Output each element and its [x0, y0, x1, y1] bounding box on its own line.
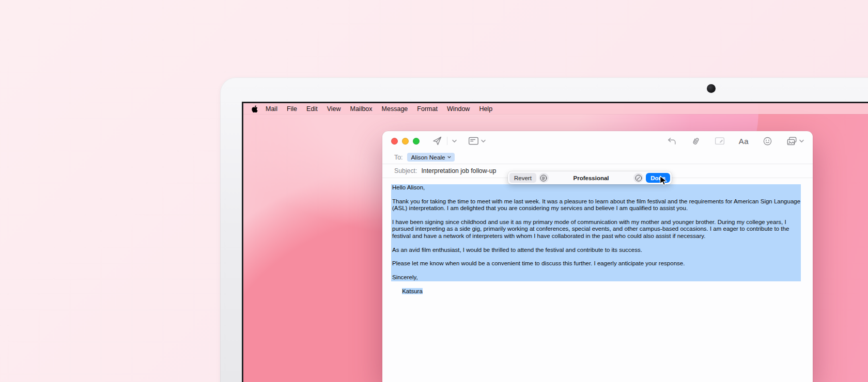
signature-name: Katsura: [402, 288, 423, 294]
recipient-token[interactable]: Alison Neale: [407, 153, 454, 162]
subject-value: Interpretation job follow-up: [421, 167, 496, 174]
body-line: [392, 240, 801, 246]
rewrite-icon[interactable]: [633, 173, 643, 183]
recipient-name: Alison Neale: [411, 154, 445, 161]
menu-items: MailFileEditViewMailboxMessageFormatWind…: [261, 105, 497, 113]
body-line: [392, 191, 801, 198]
body-line: I have been signing since childhood and …: [392, 219, 801, 226]
menu-item[interactable]: Help: [474, 105, 497, 113]
body-line: (ASL) interpretation. I am delighted tha…: [392, 205, 801, 212]
style-label: Professional: [551, 175, 631, 181]
body-line: [392, 253, 801, 260]
menu-item[interactable]: File: [282, 105, 302, 113]
body-line: Sincerely,: [392, 274, 801, 281]
body-line: As an avid film enthusiast, I would be t…: [392, 247, 801, 253]
menu-item[interactable]: Mail: [261, 105, 282, 113]
writing-tools-style-icon[interactable]: [539, 173, 549, 183]
mail-compose-window: Aa: [382, 131, 813, 382]
compose-toolbar: Aa: [382, 131, 813, 151]
header-fields-icon[interactable]: [468, 136, 479, 146]
close-button[interactable]: [391, 138, 398, 145]
emoji-icon[interactable]: [763, 136, 772, 146]
menu-bar: MailFileEditViewMailboxMessageFormatWind…: [243, 103, 868, 114]
to-label: To:: [394, 154, 402, 161]
attachment-icon[interactable]: [691, 136, 701, 146]
body-line: festival and have a network of interpret…: [392, 233, 801, 240]
body-line: Please let me know when would be a conve…: [392, 260, 801, 267]
header-fields-chevron-icon[interactable]: [481, 139, 486, 143]
menu-item[interactable]: Message: [377, 105, 413, 113]
body-line: Hello Alison,: [392, 184, 801, 191]
facetime-camera: [707, 84, 716, 93]
subject-label: Subject:: [394, 167, 417, 174]
toolbar-right-icons: Aa: [667, 136, 804, 146]
body-line: [392, 267, 801, 274]
body-line: Thank you for taking the time to meet wi…: [392, 198, 801, 205]
menu-item[interactable]: Window: [442, 105, 474, 113]
send-options-chevron-icon[interactable]: [452, 139, 457, 143]
send-icon[interactable]: [432, 136, 442, 146]
signature-line: Katsura: [391, 281, 813, 302]
menu-item[interactable]: View: [322, 105, 346, 113]
format-text-icon[interactable]: Aa: [739, 137, 749, 146]
photo-browser-icon[interactable]: [786, 136, 797, 146]
writing-tools-bar: Revert Professional Done: [508, 171, 672, 184]
to-field-row[interactable]: To: Alison Neale: [382, 151, 813, 164]
body-line: pursued interpreting as a side gig, prim…: [392, 226, 801, 232]
minimize-button[interactable]: [402, 138, 409, 145]
markup-icon[interactable]: [715, 136, 725, 146]
message-body-area[interactable]: Hello Alison, Thank you for taking the t…: [382, 178, 813, 302]
recipient-chevron-icon: [447, 156, 451, 158]
window-controls: [391, 138, 420, 145]
apple-logo-icon[interactable]: [251, 105, 258, 113]
revert-button[interactable]: Revert: [509, 173, 536, 183]
photo-browser-chevron-icon[interactable]: [799, 139, 804, 143]
zoom-button[interactable]: [413, 138, 420, 145]
menu-item[interactable]: Edit: [302, 105, 322, 113]
undo-icon[interactable]: [667, 137, 677, 146]
mouse-cursor-icon: [659, 176, 668, 186]
menu-item[interactable]: Format: [412, 105, 442, 113]
body-line: [392, 212, 801, 219]
selected-text-block: Hello Alison, Thank you for taking the t…: [391, 184, 801, 281]
menu-item[interactable]: Mailbox: [346, 105, 377, 113]
toolbar-divider: [447, 137, 447, 145]
